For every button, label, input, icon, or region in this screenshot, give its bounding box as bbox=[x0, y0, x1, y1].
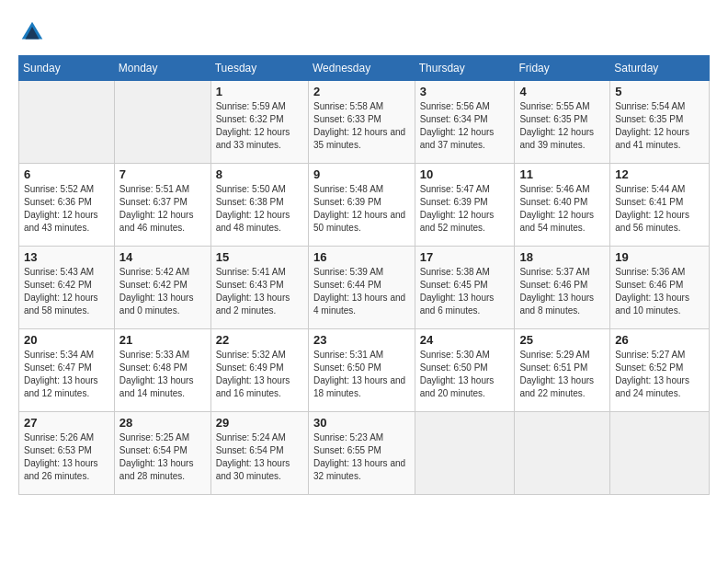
calendar-cell: 2Sunrise: 5:58 AM Sunset: 6:33 PM Daylig… bbox=[309, 81, 415, 164]
day-info: Sunrise: 5:33 AM Sunset: 6:48 PM Dayligh… bbox=[119, 349, 206, 400]
calendar-body: 1Sunrise: 5:59 AM Sunset: 6:32 PM Daylig… bbox=[19, 81, 710, 495]
day-number: 18 bbox=[519, 250, 605, 264]
calendar-cell: 10Sunrise: 5:47 AM Sunset: 6:39 PM Dayli… bbox=[415, 164, 515, 247]
calendar-cell: 17Sunrise: 5:38 AM Sunset: 6:45 PM Dayli… bbox=[415, 247, 515, 329]
day-number: 16 bbox=[313, 250, 410, 264]
day-info: Sunrise: 5:54 AM Sunset: 6:35 PM Dayligh… bbox=[615, 100, 704, 152]
week-row-3: 20Sunrise: 5:34 AM Sunset: 6:47 PM Dayli… bbox=[19, 329, 710, 412]
day-number: 12 bbox=[615, 167, 704, 181]
day-info: Sunrise: 5:29 AM Sunset: 6:51 PM Dayligh… bbox=[519, 349, 605, 400]
day-number: 9 bbox=[313, 167, 410, 181]
week-row-4: 27Sunrise: 5:26 AM Sunset: 6:53 PM Dayli… bbox=[19, 412, 710, 495]
day-info: Sunrise: 5:36 AM Sunset: 6:46 PM Dayligh… bbox=[615, 266, 704, 317]
calendar-cell bbox=[19, 81, 115, 164]
calendar-cell: 21Sunrise: 5:33 AM Sunset: 6:48 PM Dayli… bbox=[114, 329, 210, 412]
header-monday: Monday bbox=[114, 56, 210, 81]
day-number: 19 bbox=[615, 250, 704, 264]
calendar-cell: 14Sunrise: 5:42 AM Sunset: 6:42 PM Dayli… bbox=[114, 247, 210, 329]
calendar-cell: 9Sunrise: 5:48 AM Sunset: 6:39 PM Daylig… bbox=[309, 164, 415, 247]
day-number: 24 bbox=[420, 333, 510, 347]
calendar-cell: 28Sunrise: 5:25 AM Sunset: 6:54 PM Dayli… bbox=[114, 412, 210, 495]
day-number: 23 bbox=[313, 333, 410, 347]
header-sunday: Sunday bbox=[19, 56, 115, 81]
day-number: 27 bbox=[24, 416, 109, 430]
calendar-cell: 20Sunrise: 5:34 AM Sunset: 6:47 PM Dayli… bbox=[19, 329, 115, 412]
day-info: Sunrise: 5:39 AM Sunset: 6:44 PM Dayligh… bbox=[313, 266, 410, 317]
page-header bbox=[18, 18, 710, 46]
calendar-cell: 24Sunrise: 5:30 AM Sunset: 6:50 PM Dayli… bbox=[415, 329, 515, 412]
calendar-cell: 3Sunrise: 5:56 AM Sunset: 6:34 PM Daylig… bbox=[415, 81, 515, 164]
day-info: Sunrise: 5:47 AM Sunset: 6:39 PM Dayligh… bbox=[420, 183, 510, 235]
header-friday: Friday bbox=[515, 56, 610, 81]
day-info: Sunrise: 5:41 AM Sunset: 6:43 PM Dayligh… bbox=[216, 266, 303, 317]
header-saturday: Saturday bbox=[610, 56, 710, 81]
calendar-cell: 5Sunrise: 5:54 AM Sunset: 6:35 PM Daylig… bbox=[610, 81, 710, 164]
calendar-cell: 4Sunrise: 5:55 AM Sunset: 6:35 PM Daylig… bbox=[515, 81, 610, 164]
day-number: 21 bbox=[119, 333, 206, 347]
day-number: 30 bbox=[313, 416, 410, 430]
calendar-cell: 29Sunrise: 5:24 AM Sunset: 6:54 PM Dayli… bbox=[210, 412, 308, 495]
calendar-cell bbox=[415, 412, 515, 495]
day-info: Sunrise: 5:48 AM Sunset: 6:39 PM Dayligh… bbox=[313, 183, 410, 235]
day-info: Sunrise: 5:43 AM Sunset: 6:42 PM Dayligh… bbox=[24, 266, 109, 317]
calendar-cell: 18Sunrise: 5:37 AM Sunset: 6:46 PM Dayli… bbox=[515, 247, 610, 329]
header-wednesday: Wednesday bbox=[309, 56, 415, 81]
day-number: 4 bbox=[519, 85, 605, 98]
calendar-cell: 15Sunrise: 5:41 AM Sunset: 6:43 PM Dayli… bbox=[210, 247, 308, 329]
day-info: Sunrise: 5:58 AM Sunset: 6:33 PM Dayligh… bbox=[313, 100, 410, 152]
day-number: 10 bbox=[420, 167, 510, 181]
day-info: Sunrise: 5:38 AM Sunset: 6:45 PM Dayligh… bbox=[420, 266, 510, 317]
day-info: Sunrise: 5:52 AM Sunset: 6:36 PM Dayligh… bbox=[24, 183, 109, 235]
calendar-cell bbox=[515, 412, 610, 495]
day-info: Sunrise: 5:55 AM Sunset: 6:35 PM Dayligh… bbox=[519, 100, 605, 152]
day-number: 29 bbox=[216, 416, 303, 430]
day-number: 2 bbox=[313, 85, 410, 98]
day-info: Sunrise: 5:50 AM Sunset: 6:38 PM Dayligh… bbox=[216, 183, 303, 235]
calendar-cell: 13Sunrise: 5:43 AM Sunset: 6:42 PM Dayli… bbox=[19, 247, 115, 329]
calendar-cell: 30Sunrise: 5:23 AM Sunset: 6:55 PM Dayli… bbox=[309, 412, 415, 495]
calendar-cell: 11Sunrise: 5:46 AM Sunset: 6:40 PM Dayli… bbox=[515, 164, 610, 247]
calendar-cell: 27Sunrise: 5:26 AM Sunset: 6:53 PM Dayli… bbox=[19, 412, 115, 495]
day-info: Sunrise: 5:27 AM Sunset: 6:52 PM Dayligh… bbox=[615, 349, 704, 400]
week-row-0: 1Sunrise: 5:59 AM Sunset: 6:32 PM Daylig… bbox=[19, 81, 710, 164]
header-tuesday: Tuesday bbox=[210, 56, 308, 81]
day-number: 20 bbox=[24, 333, 109, 347]
day-number: 5 bbox=[615, 85, 704, 98]
calendar-cell: 23Sunrise: 5:31 AM Sunset: 6:50 PM Dayli… bbox=[309, 329, 415, 412]
day-info: Sunrise: 5:51 AM Sunset: 6:37 PM Dayligh… bbox=[119, 183, 206, 235]
day-info: Sunrise: 5:32 AM Sunset: 6:49 PM Dayligh… bbox=[216, 349, 303, 400]
calendar-cell: 6Sunrise: 5:52 AM Sunset: 6:36 PM Daylig… bbox=[19, 164, 115, 247]
calendar-cell: 7Sunrise: 5:51 AM Sunset: 6:37 PM Daylig… bbox=[114, 164, 210, 247]
day-number: 7 bbox=[119, 167, 206, 181]
day-number: 15 bbox=[216, 250, 303, 264]
week-row-2: 13Sunrise: 5:43 AM Sunset: 6:42 PM Dayli… bbox=[19, 247, 710, 329]
calendar-cell: 8Sunrise: 5:50 AM Sunset: 6:38 PM Daylig… bbox=[210, 164, 308, 247]
calendar-header: SundayMondayTuesdayWednesdayThursdayFrid… bbox=[19, 56, 710, 81]
calendar-cell: 12Sunrise: 5:44 AM Sunset: 6:41 PM Dayli… bbox=[610, 164, 710, 247]
calendar-cell: 22Sunrise: 5:32 AM Sunset: 6:49 PM Dayli… bbox=[210, 329, 308, 412]
day-info: Sunrise: 5:56 AM Sunset: 6:34 PM Dayligh… bbox=[420, 100, 510, 152]
day-info: Sunrise: 5:42 AM Sunset: 6:42 PM Dayligh… bbox=[119, 266, 206, 317]
day-info: Sunrise: 5:25 AM Sunset: 6:54 PM Dayligh… bbox=[119, 431, 206, 483]
day-info: Sunrise: 5:34 AM Sunset: 6:47 PM Dayligh… bbox=[24, 349, 109, 400]
day-number: 14 bbox=[119, 250, 206, 264]
day-info: Sunrise: 5:26 AM Sunset: 6:53 PM Dayligh… bbox=[24, 431, 109, 483]
day-number: 6 bbox=[24, 167, 109, 181]
day-number: 8 bbox=[216, 167, 303, 181]
day-number: 28 bbox=[119, 416, 206, 430]
day-info: Sunrise: 5:46 AM Sunset: 6:40 PM Dayligh… bbox=[519, 183, 605, 235]
day-number: 1 bbox=[216, 85, 303, 98]
day-info: Sunrise: 5:30 AM Sunset: 6:50 PM Dayligh… bbox=[420, 349, 510, 400]
day-info: Sunrise: 5:44 AM Sunset: 6:41 PM Dayligh… bbox=[615, 183, 704, 235]
calendar-table: SundayMondayTuesdayWednesdayThursdayFrid… bbox=[18, 55, 710, 495]
day-info: Sunrise: 5:24 AM Sunset: 6:54 PM Dayligh… bbox=[216, 431, 303, 483]
week-row-1: 6Sunrise: 5:52 AM Sunset: 6:36 PM Daylig… bbox=[19, 164, 710, 247]
calendar-cell bbox=[114, 81, 210, 164]
header-thursday: Thursday bbox=[415, 56, 515, 81]
calendar-cell: 16Sunrise: 5:39 AM Sunset: 6:44 PM Dayli… bbox=[309, 247, 415, 329]
day-number: 11 bbox=[519, 167, 605, 181]
calendar-cell: 25Sunrise: 5:29 AM Sunset: 6:51 PM Dayli… bbox=[515, 329, 610, 412]
calendar-cell: 1Sunrise: 5:59 AM Sunset: 6:32 PM Daylig… bbox=[210, 81, 308, 164]
day-number: 22 bbox=[216, 333, 303, 347]
day-number: 26 bbox=[615, 333, 704, 347]
